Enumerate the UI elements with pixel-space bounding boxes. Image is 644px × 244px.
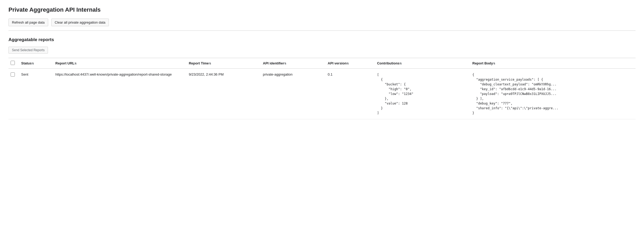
table-row: Senthttps://localhost:4437/.well-known/p… xyxy=(8,69,636,119)
sort-icon: ⇅ xyxy=(74,62,77,65)
section-heading: Aggregatable reports xyxy=(8,37,636,42)
row-status: Sent xyxy=(18,69,52,119)
sort-icon: ⇅ xyxy=(347,62,349,65)
header-checkbox-cell xyxy=(8,58,18,69)
sort-icon: ⇅ xyxy=(493,62,495,65)
row-api-identifier: private-aggregation xyxy=(260,69,325,119)
clear-button[interactable]: Clear all private aggregation data xyxy=(51,19,109,26)
contributions-json: [ { "bucket": { "high": "0", "low": "123… xyxy=(377,72,466,115)
row-report-body: { "aggregation_service_payloads": [ { "d… xyxy=(469,69,636,119)
header-report-time[interactable]: Report Time⇅ xyxy=(186,58,260,69)
refresh-button[interactable]: Refresh all page data xyxy=(8,19,48,26)
header-api-identifier[interactable]: API identifier⇅ xyxy=(260,58,325,69)
header-status[interactable]: Status⇅ xyxy=(18,58,52,69)
header-report-body[interactable]: Report Body⇅ xyxy=(469,58,636,69)
row-url: https://localhost:4437/.well-known/priva… xyxy=(52,69,186,119)
top-toolbar: Refresh all page data Clear all private … xyxy=(8,19,636,26)
row-api-version: 0.1 xyxy=(325,69,374,119)
reports-table: Status⇅ Report URL⇅ Report Time⇅ API ide… xyxy=(8,58,636,119)
sort-icon: ⇅ xyxy=(284,62,286,65)
row-time: 9/23/2022, 2:44:36 PM xyxy=(186,69,260,119)
sort-icon: ⇅ xyxy=(32,62,34,65)
header-api-version[interactable]: API version⇅ xyxy=(325,58,374,69)
row-checkbox-cell xyxy=(8,69,18,119)
send-reports-button[interactable]: Send Selected Reports xyxy=(8,47,48,54)
report-body-json: { "aggregation_service_payloads": [ { "d… xyxy=(472,72,632,115)
table-header-row: Status⇅ Report URL⇅ Report Time⇅ API ide… xyxy=(8,58,636,69)
select-all-checkbox[interactable] xyxy=(11,61,15,65)
table-body: Senthttps://localhost:4437/.well-known/p… xyxy=(8,69,636,119)
row-checkbox[interactable] xyxy=(11,72,15,77)
sort-icon: ⇅ xyxy=(400,62,402,65)
header-report-url[interactable]: Report URL⇅ xyxy=(52,58,186,69)
row-contributions: [ { "bucket": { "high": "0", "low": "123… xyxy=(374,69,469,119)
divider xyxy=(8,31,636,31)
page-title: Private Aggregation API Internals xyxy=(8,6,636,13)
header-contributions[interactable]: Contributions⇅ xyxy=(374,58,469,69)
sort-icon: ⇅ xyxy=(209,62,211,65)
